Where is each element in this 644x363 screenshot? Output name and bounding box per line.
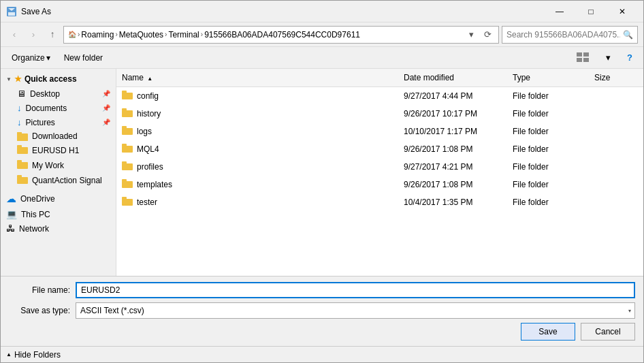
search-input[interactable]	[506, 30, 620, 40]
chevron-up-icon: ▲	[6, 351, 12, 358]
file-type-cell: File folder	[507, 89, 589, 103]
refresh-button[interactable]: ⟳	[481, 27, 494, 43]
organize-toolbar: Organize ▾ New folder ▾ ?	[1, 47, 643, 69]
address-roaming: Roaming	[81, 30, 114, 40]
col-header-name[interactable]: Name ▲	[116, 70, 398, 85]
table-row[interactable]: history 9/26/2017 10:17 PM File folder	[116, 105, 643, 123]
cancel-button[interactable]: Cancel	[581, 323, 635, 341]
filename-row: File name:	[9, 282, 635, 298]
svg-rect-17	[122, 108, 127, 111]
file-date-cell: 9/26/2017 1:08 PM	[398, 142, 507, 156]
sidebar-item-pictures-label: Pictures	[26, 118, 55, 127]
search-icon: 🔍	[623, 30, 633, 40]
view-button[interactable]	[573, 50, 594, 66]
file-name-cell: templates	[116, 177, 398, 192]
file-size-cell	[589, 147, 643, 151]
col-header-size[interactable]: Size	[589, 70, 643, 85]
file-list-container[interactable]: Name ▲ Date modified Type Size	[116, 69, 643, 276]
svg-rect-7	[17, 132, 22, 135]
table-row[interactable]: profiles 9/27/2017 4:21 PM File folder	[116, 158, 643, 176]
organize-chevron-icon: ▾	[46, 53, 50, 63]
filename-input[interactable]	[76, 282, 635, 298]
organize-button[interactable]: Organize ▾	[6, 50, 56, 66]
address-dropdown-button[interactable]: ▾	[464, 27, 478, 43]
file-list-header: Name ▲ Date modified Type Size	[116, 69, 643, 87]
svg-rect-3	[583, 52, 589, 57]
sidebar-item-desktop[interactable]: 🖥 Desktop 📌	[1, 86, 116, 101]
new-folder-button[interactable]: New folder	[59, 50, 108, 66]
file-name: history	[137, 109, 161, 119]
file-name-cell: tester	[116, 195, 398, 210]
address-bar[interactable]: 🏠 › Roaming › MetaQuotes › Terminal › 91…	[63, 26, 499, 44]
sidebar-item-mywork[interactable]: My Work	[1, 158, 116, 173]
sidebar-item-downloaded[interactable]: Downloaded	[1, 129, 116, 143]
search-bar[interactable]: 🔍	[502, 26, 638, 44]
sidebar-item-network-label: Network	[19, 224, 49, 234]
file-type-cell: File folder	[507, 142, 589, 156]
hide-folders-bar[interactable]: ▲ Hide Folders	[1, 346, 643, 362]
file-name: MQL4	[137, 144, 159, 154]
quick-access-label: Quick access	[25, 74, 77, 84]
quick-access-header[interactable]: ▼ ★ Quick access	[1, 72, 116, 86]
file-name: tester	[137, 198, 157, 207]
svg-rect-21	[122, 144, 127, 146]
folder-icon	[122, 179, 133, 190]
quantaction-folder-icon	[17, 175, 28, 186]
table-row[interactable]: logs 10/10/2017 1:17 PM File folder	[116, 123, 643, 140]
address-hash: 915566BA06ADA407569C544CC0D97611	[204, 30, 360, 40]
maximize-button[interactable]: □	[575, 1, 607, 22]
pin-icon-pictures: 📌	[102, 119, 110, 126]
sidebar-item-documents-label: Documents	[26, 104, 67, 113]
bottom-buttons: Save Cancel	[9, 323, 635, 341]
svg-rect-2	[577, 52, 582, 57]
table-row[interactable]: tester 10/4/2017 1:35 PM File folder	[116, 193, 643, 211]
col-header-date[interactable]: Date modified	[398, 70, 507, 85]
file-date-cell: 10/10/2017 1:17 PM	[398, 125, 507, 138]
quick-access-chevron-icon: ▼	[6, 76, 12, 82]
svg-rect-20	[122, 146, 133, 153]
file-date-cell: 9/27/2017 4:44 PM	[398, 89, 507, 103]
file-size-cell	[589, 200, 643, 204]
address-terminal: Terminal	[168, 30, 199, 40]
up-button[interactable]: ↑	[44, 27, 61, 43]
sidebar-item-network[interactable]: 🖧 Network	[1, 221, 116, 236]
file-date-cell: 10/4/2017 1:35 PM	[398, 195, 507, 209]
sidebar-item-mywork-label: My Work	[32, 161, 64, 170]
minimize-button[interactable]: —	[544, 1, 575, 22]
sidebar-item-onedrive[interactable]: ☁ OneDrive	[1, 191, 116, 207]
view-dropdown-button[interactable]: ▾	[597, 50, 619, 66]
svg-rect-5	[583, 58, 589, 62]
forward-button[interactable]: ›	[25, 27, 42, 43]
close-button[interactable]: ✕	[607, 1, 638, 22]
thispc-icon: 💻	[6, 209, 17, 219]
file-type-cell: File folder	[507, 107, 589, 121]
sidebar-item-pictures[interactable]: ↓ Pictures 📌	[1, 115, 116, 129]
svg-rect-4	[577, 58, 582, 62]
sidebar-item-eurusd[interactable]: EURUSD H1	[1, 143, 116, 158]
folder-icon	[122, 161, 133, 172]
file-name-cell: profiles	[116, 159, 398, 174]
svg-rect-23	[122, 161, 127, 164]
sidebar-item-quantaction[interactable]: QuantAction Signal	[1, 173, 116, 188]
file-date-cell: 9/26/2017 10:17 PM	[398, 107, 507, 121]
table-row[interactable]: config 9/27/2017 4:44 PM File folder	[116, 87, 643, 105]
saveastype-select[interactable]: ASCII Text (*.csv)CSV (*.csv)All Files (…	[76, 302, 635, 319]
sidebar-item-thispc[interactable]: 💻 This PC	[1, 207, 116, 221]
file-name: templates	[137, 180, 172, 189]
col-header-type[interactable]: Type	[507, 70, 589, 85]
quick-access-icon: ★	[14, 74, 22, 84]
svg-rect-16	[122, 110, 133, 117]
table-row[interactable]: templates 9/26/2017 1:08 PM File folder	[116, 176, 643, 193]
save-button[interactable]: Save	[521, 323, 575, 341]
help-button[interactable]: ?	[622, 50, 638, 66]
address-metaquotes: MetaQuotes	[119, 30, 163, 40]
dialog-icon	[6, 6, 17, 17]
sidebar-item-documents[interactable]: ↓ Documents 📌	[1, 101, 116, 115]
file-size-cell	[589, 112, 643, 116]
table-row[interactable]: MQL4 9/26/2017 1:08 PM File folder	[116, 140, 643, 158]
svg-rect-27	[122, 197, 127, 200]
sidebar-item-eurusd-label: EURUSD H1	[32, 146, 79, 155]
folder-icon	[122, 126, 133, 137]
pin-icon-docs: 📌	[102, 104, 110, 112]
back-button[interactable]: ‹	[6, 27, 22, 43]
